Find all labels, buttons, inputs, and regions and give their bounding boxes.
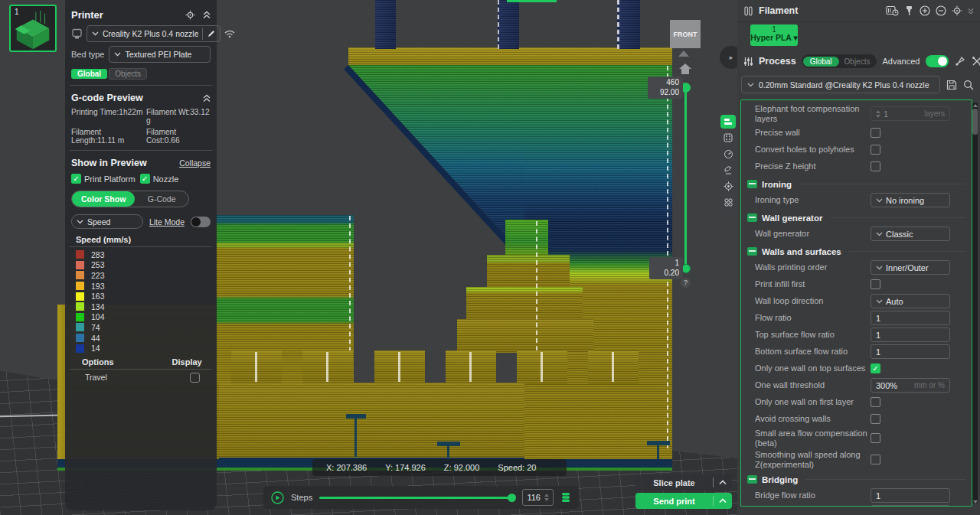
printer-tab-global[interactable]: Global: [71, 69, 107, 79]
spinner-arrows-icon[interactable]: [876, 110, 880, 118]
gcode-collapse-icon[interactable]: [203, 94, 211, 103]
setting-label: Wall loop direction: [755, 296, 871, 306]
clover-view-icon[interactable]: [720, 195, 736, 209]
setting-input[interactable]: 1: [871, 344, 950, 359]
steps-slider[interactable]: [319, 497, 515, 499]
scrollbar-thumb[interactable]: [972, 109, 978, 135]
model-step-4: [457, 319, 593, 353]
view-type-dropdown[interactable]: Speed: [71, 214, 143, 229]
play-icon[interactable]: [271, 491, 284, 504]
printer-preset-dropdown[interactable]: Creality K2 Plus 0.4 nozzle: [87, 25, 220, 42]
setting-checkbox[interactable]: [871, 128, 880, 138]
nav-cube-arrow[interactable]: [678, 51, 689, 57]
help-icon[interactable]: ?: [681, 278, 691, 288]
setting-unit: mm or %: [914, 381, 945, 390]
travel-checkbox[interactable]: [190, 373, 200, 383]
wifi-icon[interactable]: [224, 30, 235, 38]
setting-label: Bridge flow ratio: [755, 491, 871, 500]
tab-gcode[interactable]: G-Code: [135, 194, 188, 204]
settings-section: Walls and surfaces: [741, 243, 972, 259]
setting-checkbox[interactable]: [871, 161, 880, 171]
home-icon[interactable]: [678, 63, 692, 75]
gcode-stat: Filament Length:11.11 m: [71, 128, 146, 145]
setting-checkbox[interactable]: [871, 414, 880, 424]
setting-checkbox[interactable]: [871, 433, 880, 443]
gear-view-icon[interactable]: [720, 179, 736, 193]
setting-checkbox[interactable]: [871, 145, 880, 155]
setting-select[interactable]: No ironing: [871, 193, 950, 207]
layers-view-icon[interactable]: [720, 115, 736, 129]
advanced-toggle[interactable]: [926, 55, 949, 67]
send-print-label: Send print: [635, 497, 713, 506]
slice-plate-button[interactable]: Slice plate: [635, 474, 732, 491]
legend-row: 104: [71, 312, 211, 323]
setting-input[interactable]: 1: [871, 311, 950, 325]
preview-viewport[interactable]: FRONT 460 92.00 1 0.20 ?: [0, 0, 737, 515]
speed-view-icon[interactable]: [720, 147, 736, 161]
gcode-preview-title: G-code Preview: [71, 93, 143, 103]
scroll-down-icon[interactable]: [973, 500, 978, 504]
layer-stack-icon[interactable]: [560, 492, 571, 503]
process-tab-global[interactable]: Global: [803, 57, 839, 67]
setting-select[interactable]: Auto: [871, 294, 950, 308]
scroll-up-icon[interactable]: [973, 104, 978, 107]
setting-select[interactable]: Inner/Outer: [871, 260, 950, 275]
filament-settings-gear-icon[interactable]: [952, 5, 962, 16]
bed-type-dropdown[interactable]: Textured PEI Plate: [109, 46, 211, 63]
steps-value-spinner[interactable]: 116: [522, 489, 554, 506]
save-preset-icon[interactable]: [946, 80, 957, 90]
setting-checkbox[interactable]: [871, 279, 880, 289]
preview-checkbox[interactable]: ✓: [71, 174, 81, 184]
settings-section: Wall generator: [741, 209, 972, 226]
lite-mode-toggle[interactable]: [191, 217, 211, 227]
setting-input[interactable]: 1layers: [871, 106, 950, 121]
plate-thumbnail[interactable]: 1: [9, 5, 57, 52]
legend-row: 44: [71, 333, 211, 344]
remove-filament-icon[interactable]: [936, 5, 946, 16]
param-tools-icon[interactable]: [972, 56, 980, 67]
settings-scrollbar[interactable]: [972, 103, 978, 504]
filament-chip[interactable]: 1 Hyper PLA ▾: [750, 24, 798, 46]
collapse-link[interactable]: Collapse: [179, 158, 211, 168]
steps-slider-handle[interactable]: [508, 494, 516, 502]
setting-checkbox[interactable]: ✓: [871, 363, 880, 373]
layer-slider-track[interactable]: [684, 86, 687, 269]
extruder-icon[interactable]: [904, 5, 914, 16]
chevron-down-icon: [876, 299, 883, 304]
setting-checkbox[interactable]: [871, 455, 880, 464]
preview-checkbox[interactable]: ✓: [140, 174, 150, 184]
setting-input[interactable]: 1: [871, 488, 950, 503]
spinner-arrows-icon[interactable]: [544, 494, 549, 501]
setting-input[interactable]: 1: [871, 505, 950, 507]
input-value: 300%: [876, 381, 897, 390]
ams-sync-icon[interactable]: [886, 5, 899, 16]
send-print-button[interactable]: Send print: [635, 493, 732, 509]
gcode-stat: Printing Time:1h22m: [71, 108, 146, 125]
radar-view-icon[interactable]: [720, 163, 736, 177]
printer-tab-objects[interactable]: Objects: [109, 68, 147, 80]
setting-input[interactable]: 1: [871, 328, 950, 342]
setting-checkbox[interactable]: [871, 397, 880, 407]
printer-collapse-icon[interactable]: [203, 11, 211, 19]
tab-color-show[interactable]: Color Show: [72, 191, 135, 207]
edit-printer-pencil-icon[interactable]: [202, 28, 220, 40]
paint-tool-icon[interactable]: [955, 56, 965, 67]
speed-legend: 283 253 223 193 163 134 104 74 44 14: [71, 249, 211, 354]
process-sliders-icon: [743, 57, 753, 67]
send-options-chevron-icon[interactable]: [714, 498, 732, 504]
setting-label: Smoothing wall speed along Z(experimenta…: [755, 450, 871, 470]
slice-options-chevron-icon[interactable]: [714, 480, 732, 485]
panel-collapse-handle[interactable]: ▸: [720, 46, 737, 69]
setting-select[interactable]: Classic: [871, 227, 950, 241]
process-preset-dropdown[interactable]: 0.20mm Standard @Creality K2 Plus 0.4 no…: [741, 76, 940, 93]
filament-collapse-icon[interactable]: [968, 8, 974, 15]
nav-cube-front[interactable]: FRONT: [670, 20, 701, 48]
setting-input[interactable]: 300%mm or %: [871, 378, 950, 393]
process-tab-objects[interactable]: Objects: [839, 57, 876, 67]
add-filament-icon[interactable]: [920, 5, 930, 16]
printer-settings-gear-icon[interactable]: [185, 10, 195, 20]
model-top-strip: [507, 0, 557, 2]
search-preset-icon[interactable]: [963, 80, 974, 90]
legend-swatch: [76, 261, 84, 269]
grid-view-icon[interactable]: [720, 131, 736, 145]
